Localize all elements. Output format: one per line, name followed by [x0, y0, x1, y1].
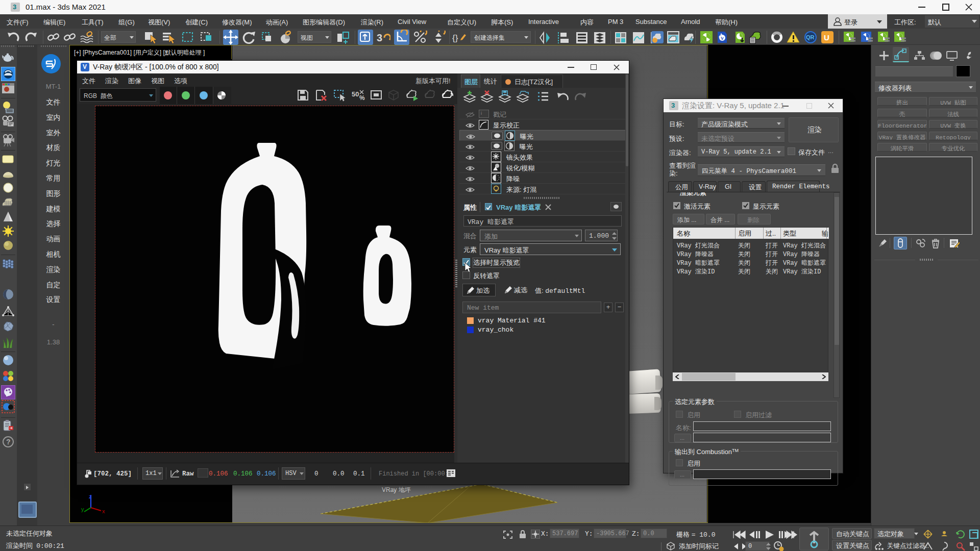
- svg-text:y: y: [81, 506, 84, 512]
- svg-text:3: 3: [377, 32, 382, 43]
- svg-text:50: 50: [352, 90, 359, 98]
- svg-text:%: %: [359, 94, 365, 102]
- svg-text:x: x: [102, 508, 105, 514]
- svg-text:QR: QR: [806, 34, 815, 40]
- svg-text:U: U: [824, 33, 829, 42]
- svg-text:{}: {}: [452, 33, 458, 43]
- svg-text:z: z: [89, 493, 92, 499]
- svg-text:?: ?: [6, 438, 11, 446]
